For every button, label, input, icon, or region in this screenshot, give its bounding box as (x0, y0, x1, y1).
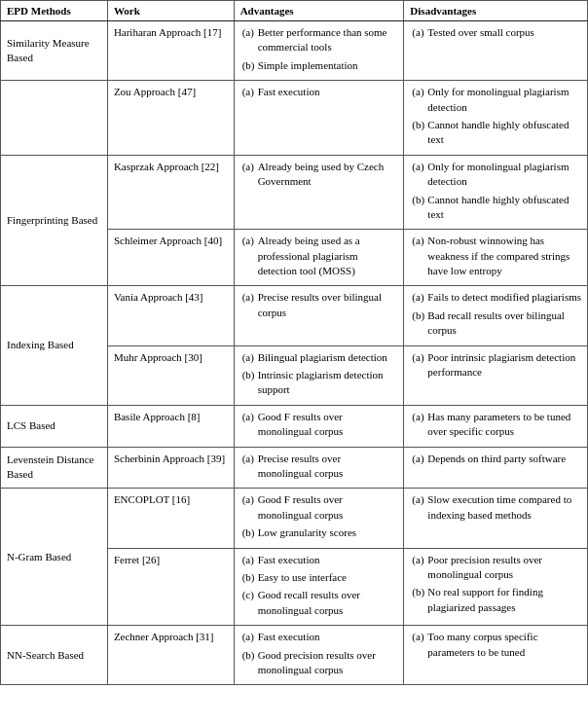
list-item: (b)Cannot handle highly obfuscated text (410, 193, 581, 223)
list-item: (b)Cannot handle highly obfuscated text (410, 118, 581, 148)
disadvantages-entry: (a)Poor precision results over monolingu… (404, 548, 588, 626)
list-item: (a)Poor intrinsic plagiarism detection p… (410, 350, 581, 381)
disadvantages-entry: (a)Non-robust winnowing has weakness if … (404, 230, 588, 286)
list-item: (b)Easy to use interface (240, 570, 398, 585)
epd-method-label: LCS Based (1, 405, 108, 447)
work-entry: Basile Approach [8] (107, 405, 234, 447)
list-item: (b)No real support for finding plagiariz… (410, 585, 581, 615)
epd-method-label: Similarity Measure Based (1, 21, 108, 81)
disadvantages-entry: (a)Has many parameters to be tuned over … (404, 405, 588, 447)
list-item: (a)Tested over small corpus (410, 25, 581, 40)
list-item: (a)Fast execution (240, 85, 398, 99)
epd-method-label: Levenstein Distance Based (1, 447, 108, 489)
epd-method-label: N-Gram Based (1, 489, 108, 626)
disadvantages-entry: (a)Tested over small corpus (404, 21, 588, 81)
list-item: (a)Only for monolingual plagiarism detec… (410, 85, 581, 115)
list-item: (a)Precise results over bilingual corpus (240, 290, 398, 320)
work-entry: Hariharan Approach [17] (107, 21, 234, 81)
list-item: (b)Low granularity scores (240, 526, 398, 540)
header-disadvantages: Disadvantages (404, 1, 588, 21)
list-item: (a)Too many corpus specific parameters t… (410, 630, 581, 660)
work-entry: Scherbinin Approach [39] (107, 447, 234, 489)
list-item: (a)Non-robust winnowing has weakness if … (410, 234, 581, 278)
list-item: (a)Fast execution (240, 553, 398, 567)
work-entry: Muhr Approach [30] (107, 345, 234, 405)
list-item: (a)Poor precision results over monolingu… (410, 553, 581, 583)
advantages-entry: (a)Precise results over bilingual corpus (234, 286, 404, 345)
epd-method-label: Fingerprinting Based (1, 155, 108, 286)
disadvantages-entry: (a)Only for monolingual plagiarism detec… (404, 155, 588, 230)
list-item: (a)Already being used by Czech Governmen… (240, 160, 398, 190)
advantages-entry: (a)Fast execution(b)Good precision resul… (234, 626, 404, 685)
advantages-entry: (a)Good F results over monolingual corpu… (234, 489, 404, 548)
work-entry: Ferret [26] (107, 548, 234, 626)
epd-methods-table: EPD Methods Work Advantages Disadvantage… (0, 0, 588, 685)
disadvantages-entry: (a)Slow execution time compared to index… (404, 489, 588, 548)
advantages-entry: (a)Fast execution (234, 81, 404, 156)
header-advantages: Advantages (234, 1, 404, 21)
disadvantages-entry: (a)Too many corpus specific parameters t… (404, 626, 588, 685)
list-item: (a)Fast execution (240, 630, 398, 644)
epd-method-label: NN-Search Based (1, 626, 108, 685)
work-entry: Vania Approach [43] (107, 286, 234, 345)
list-item: (a)Fails to detect modified plagiarisms (410, 290, 581, 305)
list-item: (c)Good recall results over monolingual … (240, 588, 398, 618)
list-item: (a)Only for monolingual plagiarism detec… (410, 160, 581, 190)
list-item: (b)Good precision results over monolingu… (240, 648, 398, 678)
advantages-entry: (a)Precise results over monolingual corp… (234, 447, 404, 489)
work-entry: Zou Approach [47] (107, 81, 234, 156)
disadvantages-entry: (a)Fails to detect modified plagiarisms(… (404, 286, 588, 345)
advantages-entry: (a)Already being used by Czech Governmen… (234, 155, 404, 230)
list-item: (a)Slow execution time compared to index… (410, 492, 581, 523)
list-item: (a)Good F results over monolingual corpu… (240, 410, 398, 440)
disadvantages-entry: (a)Only for monolingual plagiarism detec… (404, 81, 588, 156)
epd-method-label: Indexing Based (1, 286, 108, 405)
list-item: (a)Better performance than some commerci… (240, 25, 398, 55)
list-item: (b)Intrinsic plagiarism detection suppor… (240, 368, 398, 398)
list-item: (a)Already being used as a professional … (240, 234, 398, 278)
disadvantages-entry: (a)Poor intrinsic plagiarism detection p… (404, 345, 588, 405)
header-work: Work (107, 1, 234, 21)
work-entry: Kasprzak Approach [22] (107, 155, 234, 230)
list-item: (a)Precise results over monolingual corp… (240, 452, 398, 482)
work-entry: Zechner Approach [31] (107, 626, 234, 685)
work-entry: ENCOPLOT [16] (107, 489, 234, 548)
list-item: (a)Has many parameters to be tuned over … (410, 410, 581, 440)
work-entry: Schleimer Approach [40] (107, 230, 234, 286)
header-epd-methods: EPD Methods (1, 1, 108, 21)
list-item: (a)Good F results over monolingual corpu… (240, 492, 398, 523)
advantages-entry: (a)Bilingual plagiarism detection(b)Intr… (234, 345, 404, 405)
list-item: (b)Simple implementation (240, 58, 398, 73)
list-item: (a)Depends on third party software (410, 452, 581, 466)
epd-method-label (1, 81, 108, 156)
advantages-entry: (a)Already being used as a professional … (234, 230, 404, 286)
disadvantages-entry: (a)Depends on third party software (404, 447, 588, 489)
advantages-entry: (a)Better performance than some commerci… (234, 21, 404, 81)
list-item: (b)Bad recall results over bilingual cor… (410, 308, 581, 339)
list-item: (a)Bilingual plagiarism detection (240, 350, 398, 365)
advantages-entry: (a)Good F results over monolingual corpu… (234, 405, 404, 447)
advantages-entry: (a)Fast execution(b)Easy to use interfac… (234, 548, 404, 626)
